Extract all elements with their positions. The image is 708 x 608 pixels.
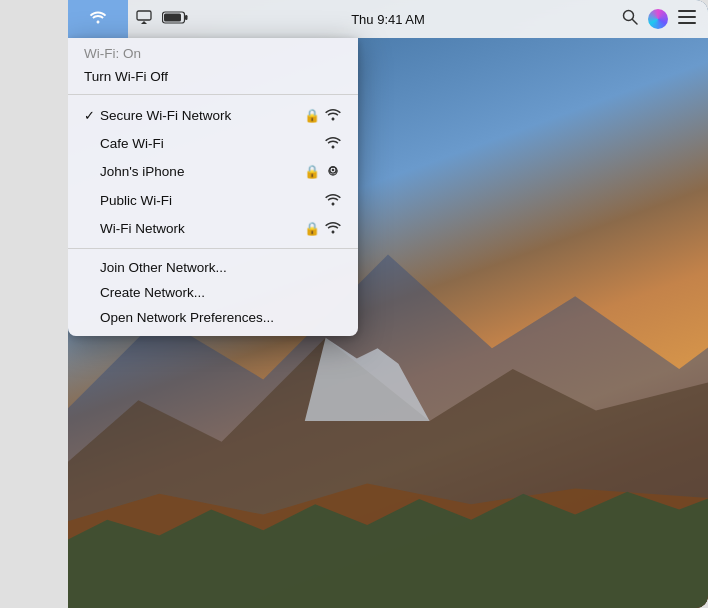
menu-bar: Thu 9:41 AM <box>68 0 708 38</box>
svg-point-16 <box>332 169 335 172</box>
network-name: John's iPhone <box>100 164 304 179</box>
svg-marker-6 <box>141 21 147 24</box>
airplay-icon[interactable] <box>136 10 152 28</box>
network-name: Secure Wi-Fi Network <box>100 108 304 123</box>
svg-rect-12 <box>678 10 696 12</box>
menu-icon[interactable] <box>678 10 696 28</box>
network-name: Public Wi-Fi <box>100 193 324 208</box>
network-name: Cafe Wi-Fi <box>100 136 324 151</box>
lock-icon: 🔒 <box>304 108 320 123</box>
network-icons <box>324 135 342 152</box>
svg-rect-8 <box>185 15 188 20</box>
hotspot-icon <box>324 162 342 181</box>
network-item-cafe[interactable]: Cafe Wi-Fi <box>68 129 358 157</box>
menubar-time: Thu 9:41 AM <box>351 12 425 27</box>
network-item-iphone[interactable]: John's iPhone 🔒 <box>68 157 358 186</box>
network-icons: 🔒 <box>304 107 342 124</box>
network-item-wifi-network[interactable]: Wi-Fi Network 🔒 <box>68 214 358 242</box>
wifi-signal-icon <box>324 192 342 209</box>
network-icons: 🔒 <box>304 162 342 181</box>
siri-icon[interactable] <box>648 9 668 29</box>
battery-icon[interactable] <box>162 10 188 28</box>
network-item-secure[interactable]: ✓ Secure Wi-Fi Network 🔒 <box>68 101 358 129</box>
menu-actions-section: Join Other Network... Create Network... … <box>68 249 358 336</box>
create-network-button[interactable]: Create Network... <box>68 280 358 305</box>
checkmark-icon: ✓ <box>84 108 100 123</box>
networks-section: ✓ Secure Wi-Fi Network 🔒 Cafe W <box>68 95 358 248</box>
network-icons <box>324 192 342 209</box>
search-icon[interactable] <box>622 9 638 29</box>
wifi-active-icon <box>89 10 107 28</box>
wifi-signal-icon <box>324 107 342 124</box>
open-network-preferences-button[interactable]: Open Network Preferences... <box>68 305 358 330</box>
wifi-signal-icon <box>324 220 342 237</box>
svg-line-11 <box>633 20 638 25</box>
svg-rect-9 <box>164 14 181 22</box>
menubar-left-icons <box>128 10 188 28</box>
network-item-public[interactable]: Public Wi-Fi <box>68 186 358 214</box>
lock-icon: 🔒 <box>304 164 320 179</box>
wifi-signal-icon <box>324 135 342 152</box>
menubar-center: Thu 9:41 AM <box>351 12 425 27</box>
lock-icon: 🔒 <box>304 221 320 236</box>
svg-rect-13 <box>678 16 696 18</box>
menubar-right-icons <box>622 9 696 29</box>
network-icons: 🔒 <box>304 220 342 237</box>
wifi-dropdown-menu: Wi-Fi: On Turn Wi-Fi Off ✓ Secure Wi-Fi … <box>68 38 358 336</box>
wifi-menu-button[interactable] <box>68 0 128 38</box>
svg-rect-5 <box>137 11 151 20</box>
svg-rect-14 <box>678 22 696 24</box>
network-name: Wi-Fi Network <box>100 221 304 236</box>
join-other-network-button[interactable]: Join Other Network... <box>68 255 358 280</box>
wifi-status-header: Wi-Fi: On <box>68 38 358 65</box>
turn-wifi-off-button[interactable]: Turn Wi-Fi Off <box>68 65 358 94</box>
